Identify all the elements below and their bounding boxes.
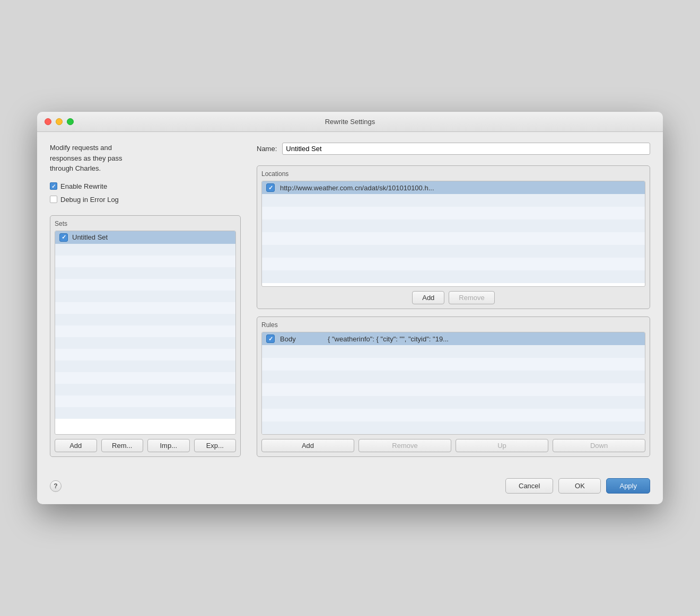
list-item[interactable] xyxy=(55,360,235,372)
minimize-button[interactable] xyxy=(56,118,63,125)
help-button[interactable]: ? xyxy=(50,480,62,492)
location-item[interactable] xyxy=(262,270,645,283)
top-section: Modify requests andresponses as they pas… xyxy=(50,143,650,457)
sets-list[interactable]: Untitled Set xyxy=(55,231,236,435)
name-input[interactable] xyxy=(282,143,650,155)
location-item[interactable] xyxy=(262,232,645,245)
location-item[interactable] xyxy=(262,194,645,207)
list-item[interactable] xyxy=(55,325,235,337)
rule-item[interactable] xyxy=(262,345,645,358)
list-item[interactable] xyxy=(55,337,235,349)
sets-import-button[interactable]: Imp... xyxy=(147,439,190,452)
name-label: Name: xyxy=(257,145,277,153)
rules-list[interactable]: Body { "weatherinfo": { "city": "", "cit… xyxy=(261,332,645,435)
left-panel: Modify requests andresponses as they pas… xyxy=(50,143,241,457)
locations-group: Locations http://www.weather.com.cn/adat… xyxy=(257,165,650,309)
rule-item[interactable] xyxy=(262,409,645,421)
cancel-button[interactable]: Cancel xyxy=(505,478,553,494)
titlebar: Rewrite Settings xyxy=(37,112,663,132)
sets-item-label: Untitled Set xyxy=(72,233,108,241)
ok-button[interactable]: OK xyxy=(558,478,601,494)
rule-item[interactable] xyxy=(262,371,645,383)
debug-error-log-label: Debug in Error Log xyxy=(60,196,119,204)
rules-remove-button[interactable]: Remove xyxy=(358,439,451,452)
right-panel: Name: Locations http://www.weather.com.c… xyxy=(257,143,650,457)
rules-up-button[interactable]: Up xyxy=(456,439,548,452)
debug-error-log-row: Debug in Error Log xyxy=(50,196,241,204)
bottom-bar: ? Cancel OK Apply xyxy=(37,470,663,504)
sets-add-button[interactable]: Add xyxy=(55,439,97,452)
list-item[interactable] xyxy=(55,407,235,419)
apply-button[interactable]: Apply xyxy=(606,478,650,494)
rule-item[interactable]: Body { "weatherinfo": { "city": "", "cit… xyxy=(262,332,645,345)
window-controls xyxy=(45,118,74,125)
rule-item[interactable] xyxy=(262,383,645,396)
rule-item[interactable] xyxy=(262,396,645,409)
enable-rewrite-checkbox[interactable] xyxy=(50,182,57,190)
sets-remove-button[interactable]: Rem... xyxy=(101,439,144,452)
list-item[interactable] xyxy=(55,267,235,279)
debug-error-log-checkbox[interactable] xyxy=(50,196,57,203)
list-item[interactable] xyxy=(55,302,235,314)
location-checkbox[interactable] xyxy=(266,183,275,192)
sets-export-button[interactable]: Exp... xyxy=(194,439,237,452)
locations-add-button[interactable]: Add xyxy=(412,291,444,304)
enable-rewrite-label: Enable Rewrite xyxy=(60,182,107,190)
locations-buttons: Add Remove xyxy=(261,291,645,304)
enable-rewrite-row: Enable Rewrite xyxy=(50,182,241,190)
sets-item-checkbox[interactable] xyxy=(59,233,68,242)
locations-list[interactable]: http://www.weather.com.cn/adat/sk/101010… xyxy=(261,181,645,287)
maximize-button[interactable] xyxy=(67,118,74,125)
rules-add-button[interactable]: Add xyxy=(261,439,354,452)
list-item[interactable] xyxy=(55,372,235,384)
list-item[interactable] xyxy=(55,349,235,360)
list-item[interactable] xyxy=(55,244,235,256)
window-body: Modify requests andresponses as they pas… xyxy=(37,132,663,470)
close-button[interactable] xyxy=(45,118,51,125)
rules-legend: Rules xyxy=(261,321,645,329)
description-text: Modify requests andresponses as they pas… xyxy=(50,143,241,174)
rule-checkbox[interactable] xyxy=(266,335,275,343)
locations-legend: Locations xyxy=(261,170,645,178)
action-buttons: Cancel OK Apply xyxy=(505,478,650,494)
rules-group: Rules Body { "weatherinfo": { "city": ""… xyxy=(257,316,650,457)
rule-item[interactable] xyxy=(262,358,645,371)
location-item[interactable]: http://www.weather.com.cn/adat/sk/101010… xyxy=(262,181,645,194)
location-url: http://www.weather.com.cn/adat/sk/101010… xyxy=(280,184,434,192)
sets-group: Sets Untitled Set xyxy=(50,215,241,457)
list-item[interactable] xyxy=(55,291,235,302)
window-title: Rewrite Settings xyxy=(325,118,375,126)
name-row: Name: xyxy=(257,143,650,155)
sets-buttons: Add Rem... Imp... Exp... xyxy=(55,439,236,452)
list-item[interactable] xyxy=(55,314,235,325)
rules-buttons: Add Remove Up Down xyxy=(261,439,645,452)
location-item[interactable] xyxy=(262,219,645,232)
locations-remove-button[interactable]: Remove xyxy=(449,291,494,304)
location-item[interactable] xyxy=(262,258,645,270)
location-item[interactable] xyxy=(262,207,645,219)
list-item[interactable] xyxy=(55,384,235,395)
rule-type: Body xyxy=(280,335,322,343)
location-item[interactable] xyxy=(262,245,645,258)
list-item[interactable] xyxy=(55,395,235,407)
main-window: Rewrite Settings Modify requests andresp… xyxy=(37,112,663,504)
rule-item[interactable] xyxy=(262,421,645,434)
rules-down-button[interactable]: Down xyxy=(553,439,645,452)
list-item[interactable] xyxy=(55,279,235,291)
rule-value: { "weatherinfo": { "city": "", "cityid":… xyxy=(328,335,641,343)
list-item[interactable] xyxy=(55,256,235,267)
list-item[interactable]: Untitled Set xyxy=(55,231,235,244)
sets-legend: Sets xyxy=(55,220,236,227)
